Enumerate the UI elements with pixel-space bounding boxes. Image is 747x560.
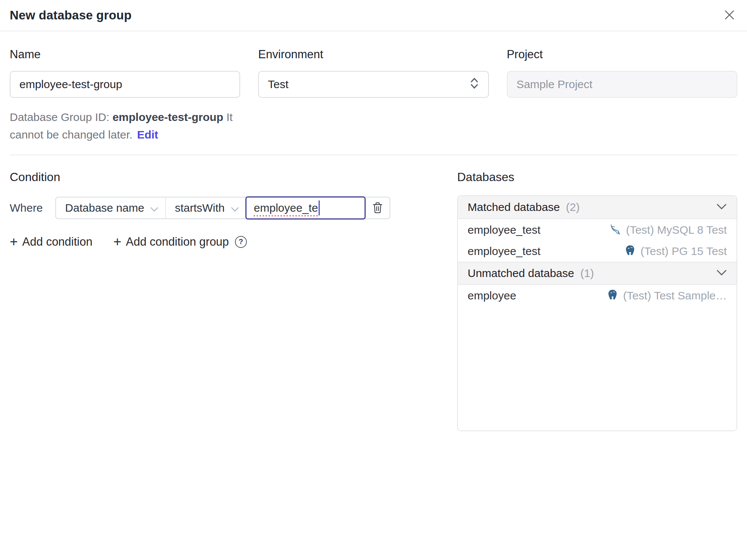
database-row: employee_test (Test) MySQL 8 Test xyxy=(458,219,737,240)
name-input-field[interactable] xyxy=(19,78,230,91)
chevron-down-icon xyxy=(716,270,727,277)
database-instance: (Test) Test Sample… xyxy=(607,289,727,302)
select-updown-icon xyxy=(469,76,479,93)
database-row: employee (Test) Test Sample… xyxy=(458,285,737,306)
name-field-group: Name Database Group ID: employee-test-gr… xyxy=(10,48,240,143)
condition-value-text: employee_te xyxy=(254,202,318,214)
plus-icon: + xyxy=(113,235,121,249)
database-instance-label: (Test) MySQL 8 Test xyxy=(626,224,727,236)
form-row: Name Database Group ID: employee-test-gr… xyxy=(0,31,747,143)
name-label: Name xyxy=(10,48,240,61)
environment-field-group: Environment Test xyxy=(258,48,489,143)
matched-database-header[interactable]: Matched database (2) xyxy=(458,196,737,219)
project-input: Sample Project xyxy=(507,71,737,98)
unmatched-header-text: Unmatched database (1) xyxy=(468,267,594,280)
dialog-header: New database group xyxy=(0,0,747,31)
databases-section: Databases Matched database (2) employee_… xyxy=(457,170,737,431)
condition-actions: + Add condition + Add condition group ? xyxy=(10,235,447,249)
unmatched-database-count: (1) xyxy=(580,267,594,279)
matched-header-text: Matched database (2) xyxy=(468,201,580,214)
close-icon xyxy=(723,9,736,22)
database-instance-label: (Test) PG 15 Test xyxy=(641,245,727,258)
database-name: employee_test xyxy=(468,245,540,258)
dialog-title: New database group xyxy=(10,8,131,22)
add-condition-button[interactable]: + Add condition xyxy=(10,235,92,249)
databases-heading: Databases xyxy=(457,170,737,184)
condition-heading: Condition xyxy=(10,170,447,184)
add-condition-group-button[interactable]: + Add condition group xyxy=(113,235,229,249)
panel-empty-space xyxy=(458,306,737,430)
databases-panel: Matched database (2) employee_test xyxy=(457,195,737,431)
environment-select[interactable]: Test xyxy=(258,71,489,98)
project-field-group: Project Sample Project xyxy=(507,48,737,143)
edit-group-id-link[interactable]: Edit xyxy=(137,128,158,141)
matched-database-title: Matched database xyxy=(468,201,560,213)
database-instance: (Test) MySQL 8 Test xyxy=(610,223,727,237)
add-condition-label: Add condition xyxy=(22,235,93,249)
chevron-down-icon xyxy=(150,202,158,214)
hint-group-id: employee-test-group xyxy=(112,111,223,123)
operator-value: startsWith xyxy=(175,202,224,214)
factor-value: Database name xyxy=(65,202,144,214)
factor-dropdown[interactable]: Database name xyxy=(56,197,165,218)
unmatched-database-header[interactable]: Unmatched database (1) xyxy=(458,262,737,285)
plus-icon: + xyxy=(10,235,18,249)
condition-row: Where Database name startsWith employee_… xyxy=(10,197,447,219)
delete-condition-button[interactable] xyxy=(366,197,390,218)
group-id-hint: Database Group ID: employee-test-group I… xyxy=(10,108,240,143)
operator-dropdown[interactable]: startsWith xyxy=(165,197,245,218)
chevron-down-icon xyxy=(231,202,239,214)
matched-database-count: (2) xyxy=(566,201,580,213)
postgres-icon xyxy=(607,289,619,302)
database-name: employee_test xyxy=(468,224,540,236)
mysql-icon xyxy=(610,223,622,237)
condition-section: Condition Where Database name startsWith xyxy=(10,170,447,431)
environment-label: Environment xyxy=(258,48,489,61)
where-label: Where xyxy=(10,202,43,214)
postgres-icon xyxy=(624,245,636,258)
project-label: Project xyxy=(507,48,737,61)
trash-icon xyxy=(372,201,383,215)
condition-value-input[interactable]: employee_te xyxy=(245,196,366,220)
unmatched-database-title: Unmatched database xyxy=(468,267,574,279)
text-cursor xyxy=(319,200,320,215)
condition-expression-group: Database name startsWith employee_te xyxy=(55,197,390,219)
name-input[interactable] xyxy=(10,71,240,98)
close-button[interactable] xyxy=(723,9,736,22)
project-value: Sample Project xyxy=(517,78,592,91)
database-row: employee_test (Test) PG 15 Test xyxy=(458,240,737,262)
environment-selected-value: Test xyxy=(268,78,288,91)
main-area: Condition Where Database name startsWith xyxy=(0,170,747,431)
add-condition-group-label: Add condition group xyxy=(126,235,229,249)
database-instance: (Test) PG 15 Test xyxy=(624,245,727,258)
help-icon[interactable]: ? xyxy=(235,236,247,248)
chevron-down-icon xyxy=(716,203,727,211)
database-name: employee xyxy=(468,289,516,302)
hint-prefix: Database Group ID: xyxy=(10,111,112,123)
database-instance-label: (Test) Test Sample… xyxy=(623,289,727,302)
section-divider xyxy=(10,155,737,155)
